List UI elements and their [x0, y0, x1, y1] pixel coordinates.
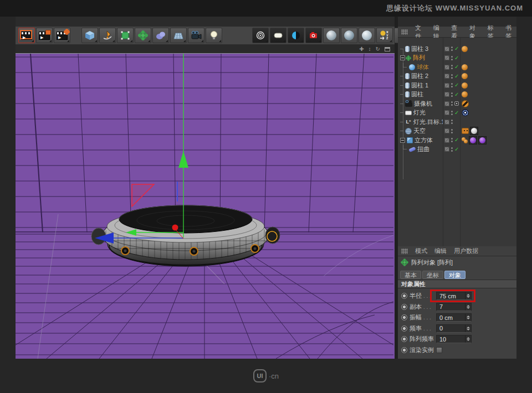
- area-light-button[interactable]: [270, 28, 287, 43]
- subdivision-surface-button[interactable]: [117, 28, 134, 43]
- compositing-tag[interactable]: [462, 128, 469, 134]
- key-circle-icon[interactable]: [401, 347, 407, 353]
- material-sphere-b-button[interactable]: [341, 28, 357, 43]
- object-row-camera[interactable]: 摄像机: [398, 99, 516, 108]
- render-instances-checkbox[interactable]: [436, 347, 442, 353]
- visibility-dots[interactable]: [451, 147, 453, 149]
- key-circle-icon[interactable]: [401, 336, 407, 342]
- enabled-check-icon[interactable]: ✓: [454, 74, 459, 79]
- material-sphere-c-button[interactable]: [359, 28, 375, 43]
- visibility-dots[interactable]: [451, 101, 453, 103]
- material-tag[interactable]: [462, 73, 468, 79]
- object-row-bend[interactable]: 扭曲 ✓: [398, 145, 516, 154]
- layer-icon[interactable]: [444, 55, 449, 60]
- object-row-sky[interactable]: 天空: [398, 127, 516, 136]
- enabled-check-icon[interactable]: ✓: [454, 55, 459, 61]
- attr-menu-userdata[interactable]: 用户数据: [454, 247, 478, 255]
- visibility-dots[interactable]: [451, 120, 453, 121]
- layer-icon[interactable]: [444, 83, 449, 88]
- object-row-cylinder2[interactable]: 圆柱 2 ✓: [398, 72, 516, 81]
- stepper[interactable]: [465, 314, 471, 321]
- spline-pen-button[interactable]: [99, 28, 116, 43]
- enabled-check-icon[interactable]: ✓: [454, 64, 459, 70]
- generator-array-button[interactable]: [135, 28, 151, 43]
- visibility-dots[interactable]: [451, 111, 453, 112]
- visibility-dots[interactable]: [451, 65, 453, 66]
- phong-tag[interactable]: [464, 139, 468, 143]
- layer-icon[interactable]: [444, 74, 449, 79]
- metaball-button[interactable]: [152, 28, 169, 43]
- target-tag[interactable]: [462, 109, 469, 116]
- key-circle-icon[interactable]: [401, 325, 407, 332]
- coordinate-system-button[interactable]: XYZ: [376, 28, 393, 43]
- enabled-check-icon[interactable]: ✓: [454, 46, 459, 51]
- object-row-sphere[interactable]: 球体 ✓: [398, 63, 516, 72]
- object-row-light-target[interactable]: L°灯光.目标.1: [398, 117, 516, 127]
- material-tag[interactable]: [462, 46, 468, 52]
- maximize-view-icon[interactable]: [385, 47, 390, 51]
- render-view-button[interactable]: [18, 28, 35, 43]
- layer-icon[interactable]: [444, 120, 449, 125]
- render-picture-viewer-button[interactable]: [36, 28, 53, 43]
- array-frequency-input[interactable]: 10: [436, 335, 472, 343]
- texture-tag-purple[interactable]: [478, 136, 487, 144]
- key-circle-icon[interactable]: [401, 293, 407, 299]
- layer-icon[interactable]: [444, 147, 449, 152]
- layer-icon[interactable]: [444, 101, 449, 106]
- layer-icon[interactable]: [444, 128, 449, 133]
- visibility-dots[interactable]: [451, 138, 453, 139]
- visibility-dots[interactable]: [451, 74, 453, 76]
- visibility-dots[interactable]: [451, 56, 453, 58]
- visibility-dots[interactable]: [451, 46, 453, 48]
- collapse-expander[interactable]: [400, 55, 405, 60]
- physical-camera-button[interactable]: [305, 28, 322, 43]
- key-circle-icon[interactable]: [401, 304, 407, 310]
- camera-toggle-icon[interactable]: [454, 101, 459, 106]
- floor-button[interactable]: [170, 28, 187, 43]
- add-cube-button[interactable]: [81, 28, 98, 43]
- panel-grip-icon[interactable]: [401, 29, 408, 35]
- material-tag[interactable]: [462, 64, 468, 70]
- object-row-array[interactable]: 阵列 ✓: [398, 54, 516, 63]
- collapse-expander[interactable]: [400, 138, 405, 143]
- texture-tag-purple[interactable]: [469, 136, 477, 144]
- render-settings-button[interactable]: [54, 28, 70, 43]
- tab-object[interactable]: 对象: [444, 271, 466, 279]
- layer-icon[interactable]: [444, 110, 449, 115]
- stepper[interactable]: [465, 303, 471, 311]
- material-tag[interactable]: [462, 82, 468, 89]
- environment-button[interactable]: [288, 28, 304, 43]
- material-tag[interactable]: [462, 91, 468, 97]
- layer-icon[interactable]: [444, 46, 449, 51]
- object-row-cylinder1[interactable]: 圆柱 1 ✓: [398, 81, 516, 90]
- enabled-check-icon[interactable]: ✓: [454, 110, 459, 116]
- key-circle-icon[interactable]: [401, 314, 407, 320]
- tab-coordinates[interactable]: 坐标: [422, 271, 443, 279]
- target-light-button[interactable]: [252, 28, 269, 43]
- pan-view-icon[interactable]: ✚: [359, 46, 364, 52]
- protection-tag[interactable]: [462, 100, 469, 107]
- enabled-check-icon[interactable]: ✓: [454, 137, 459, 143]
- enabled-check-icon[interactable]: ✓: [454, 82, 459, 88]
- panel-grip-icon[interactable]: [401, 249, 408, 254]
- zoom-view-icon[interactable]: ↕: [369, 46, 371, 52]
- layer-icon[interactable]: [444, 92, 449, 97]
- camera-button[interactable]: [188, 28, 204, 43]
- tab-basic[interactable]: 基本: [400, 271, 421, 279]
- layer-icon[interactable]: [444, 138, 449, 143]
- texture-tag-white[interactable]: [470, 127, 478, 135]
- object-row-light[interactable]: 灯光 ✓: [398, 108, 516, 118]
- light-button[interactable]: [206, 28, 222, 43]
- enabled-check-icon[interactable]: ✓: [454, 147, 459, 152]
- amplitude-input[interactable]: 0 cm: [436, 313, 472, 322]
- copies-input[interactable]: 7: [436, 303, 472, 311]
- layer-icon[interactable]: [444, 65, 449, 70]
- visibility-dots[interactable]: [451, 83, 453, 85]
- attr-menu-edit[interactable]: 编辑: [434, 247, 447, 255]
- enabled-check-icon[interactable]: ✓: [454, 92, 459, 97]
- object-row-cube[interactable]: 立方体 ✓: [398, 136, 516, 145]
- visibility-dots[interactable]: [451, 129, 453, 131]
- rotate-view-icon[interactable]: ↻: [376, 46, 380, 52]
- stepper[interactable]: [465, 325, 471, 332]
- material-sphere-a-button[interactable]: [323, 28, 340, 43]
